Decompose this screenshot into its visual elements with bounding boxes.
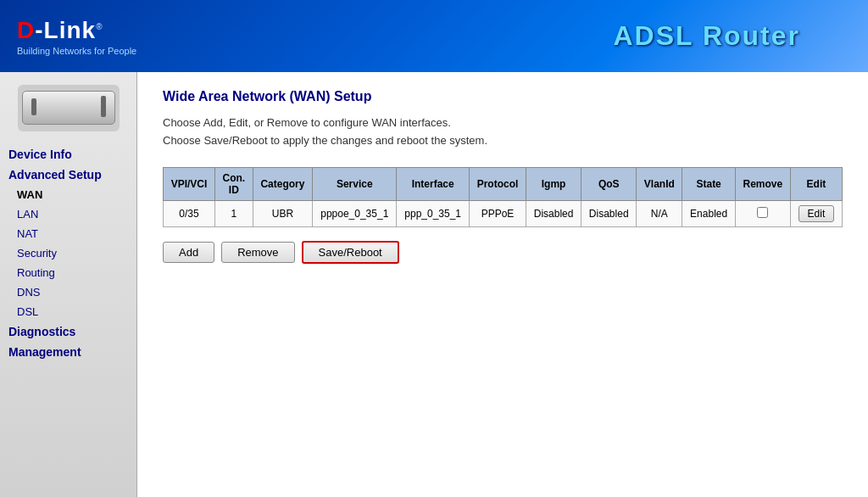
sidebar-item-device-info[interactable]: Device Info (0, 144, 136, 165)
col-header-vlanid: VlanId (637, 167, 682, 200)
cell-igmp: Disabled (526, 200, 581, 226)
col-header-state: State (682, 167, 735, 200)
col-header-category: Category (253, 167, 313, 200)
description: Choose Add, Edit, or Remove to configure… (163, 114, 843, 150)
cell-remove[interactable] (735, 200, 790, 226)
cell-qos: Disabled (581, 200, 637, 226)
remove-checkbox[interactable] (757, 207, 768, 218)
cell-protocol: PPPoE (469, 200, 526, 226)
sidebar: Device Info Advanced Setup WAN LAN NAT S… (0, 72, 137, 497)
col-header-vpi-vci: VPI/VCI (164, 167, 215, 200)
content-area: Wide Area Network (WAN) Setup Choose Add… (137, 72, 868, 497)
cell-edit[interactable]: Edit (790, 200, 842, 226)
description-line1: Choose Add, Edit, or Remove to configure… (163, 116, 451, 129)
sidebar-item-management[interactable]: Management (0, 342, 136, 362)
col-header-con-id: Con.ID (215, 167, 253, 200)
header: D-Link® Building Networks for People ADS… (0, 0, 868, 72)
header-title: ADSL Router (613, 20, 800, 52)
cell-service: pppoe_0_35_1 (313, 200, 397, 226)
cell-interface: ppp_0_35_1 (397, 200, 470, 226)
wan-table: VPI/VCI Con.ID Category Service Interfac… (163, 167, 843, 227)
logo-tagline: Building Networks for People (17, 46, 136, 56)
remove-button[interactable]: Remove (221, 242, 294, 263)
col-header-protocol: Protocol (469, 167, 526, 200)
col-header-igmp: Igmp (526, 167, 581, 200)
logo-area: D-Link® Building Networks for People (17, 17, 136, 56)
sidebar-item-nat[interactable]: NAT (0, 224, 136, 243)
main-layout: Device Info Advanced Setup WAN LAN NAT S… (0, 72, 868, 497)
cell-state: Enabled (682, 200, 735, 226)
cell-con-id: 1 (215, 200, 253, 226)
sidebar-item-dns[interactable]: DNS (0, 282, 136, 302)
sidebar-item-wan[interactable]: WAN (0, 185, 136, 204)
router-shape-icon (22, 91, 115, 125)
col-header-interface: Interface (397, 167, 470, 200)
sidebar-item-dsl[interactable]: DSL (0, 302, 136, 321)
sidebar-item-lan[interactable]: LAN (0, 204, 136, 224)
col-header-service: Service (313, 167, 397, 200)
cell-vpi-vci: 0/35 (164, 200, 215, 226)
sidebar-item-security[interactable]: Security (0, 243, 136, 263)
sidebar-item-routing[interactable]: Routing (0, 263, 136, 282)
col-header-qos: QoS (581, 167, 637, 200)
add-button[interactable]: Add (163, 242, 214, 263)
router-image (18, 85, 120, 131)
page-title: Wide Area Network (WAN) Setup (163, 89, 843, 104)
sidebar-item-advanced-setup[interactable]: Advanced Setup (0, 165, 136, 185)
table-row: 0/35 1 UBR pppoe_0_35_1 ppp_0_35_1 PPPoE… (164, 200, 843, 226)
description-line2: Choose Save/Reboot to apply the changes … (163, 134, 487, 147)
col-header-remove: Remove (735, 167, 790, 200)
col-header-edit: Edit (790, 167, 842, 200)
cell-vlanid: N/A (637, 200, 682, 226)
save-reboot-button[interactable]: Save/Reboot (302, 241, 399, 264)
logo-dlink: D-Link® (17, 17, 136, 44)
edit-row-button[interactable]: Edit (798, 205, 835, 222)
action-buttons: Add Remove Save/Reboot (163, 241, 843, 264)
sidebar-item-diagnostics[interactable]: Diagnostics (0, 321, 136, 342)
cell-category: UBR (253, 200, 313, 226)
table-header-row: VPI/VCI Con.ID Category Service Interfac… (164, 167, 843, 200)
